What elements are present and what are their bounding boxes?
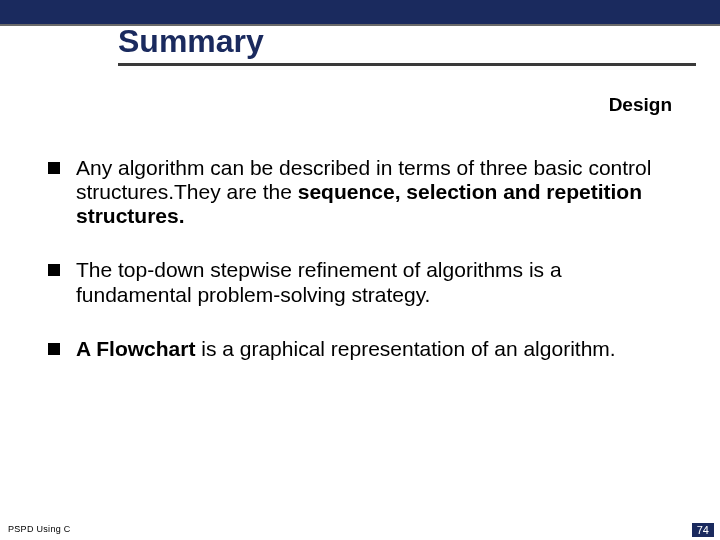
bullet-text: The top-down stepwise refinement of algo… xyxy=(76,258,682,306)
bullet-text: A Flowchart is a graphical representatio… xyxy=(76,337,616,361)
bullet-marker-icon xyxy=(48,162,60,174)
design-label: Design xyxy=(609,94,672,116)
footer-left: PSPD Using C xyxy=(8,524,71,534)
top-band xyxy=(0,0,720,26)
list-item: The top-down stepwise refinement of algo… xyxy=(48,258,682,306)
title-area: Summary xyxy=(118,24,696,66)
title-underline xyxy=(118,63,696,66)
text-bold: A Flowchart xyxy=(76,337,195,360)
bullet-marker-icon xyxy=(48,343,60,355)
slide-title: Summary xyxy=(118,24,696,59)
bullet-marker-icon xyxy=(48,264,60,276)
text-post: is a graphical representation of an algo… xyxy=(195,337,615,360)
page-number: 74 xyxy=(692,523,714,537)
slide: Summary Design Any algorithm can be desc… xyxy=(0,0,720,540)
bullet-list: Any algorithm can be described in terms … xyxy=(48,156,682,391)
list-item: A Flowchart is a graphical representatio… xyxy=(48,337,682,361)
list-item: Any algorithm can be described in terms … xyxy=(48,156,682,228)
text-pre: The top-down stepwise refinement of algo… xyxy=(76,258,562,305)
bullet-text: Any algorithm can be described in terms … xyxy=(76,156,682,228)
